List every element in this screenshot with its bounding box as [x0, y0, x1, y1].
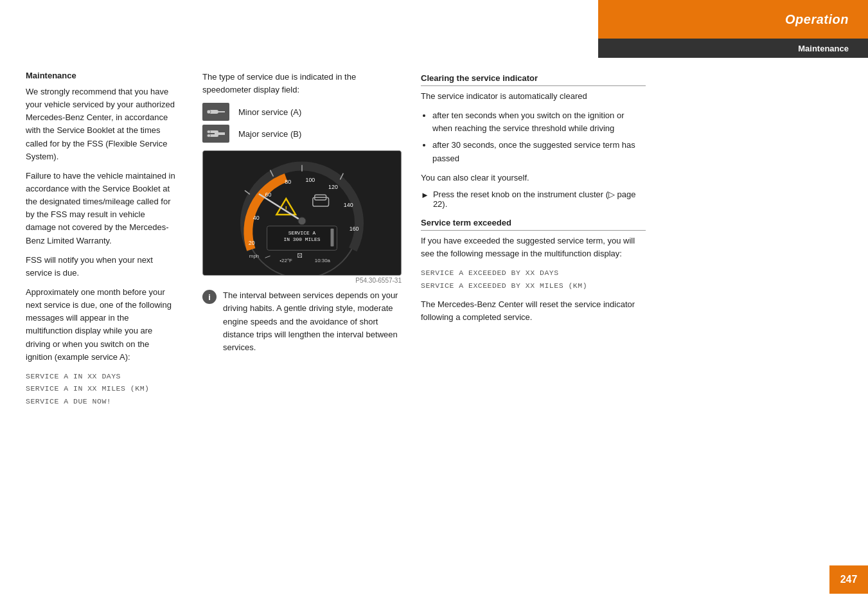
service-exceeded-para: If you have exceeded the suggested servi… — [421, 235, 646, 260]
mono-line1: SERVICE A IN XX DAYS — [26, 370, 177, 383]
clearing-heading: Clearing the service indicator — [421, 73, 646, 86]
left-column: Maintenance We strongly recommend that y… — [0, 71, 190, 613]
maintenance-header-band: Maintenance — [598, 39, 868, 58]
maintenance-header-title: Maintenance — [798, 44, 849, 53]
exceeded-messages: SERVICE A EXCEEDED BY XX DAYS SERVICE A … — [421, 267, 646, 292]
exceeded-mono2: SERVICE A EXCEEDED BY XX MILES (KM) — [421, 280, 646, 292]
mono-line2: SERVICE A IN XX MILES (KM) — [26, 382, 177, 395]
left-section-heading: Maintenance — [26, 71, 177, 80]
svg-text:140: 140 — [344, 202, 353, 208]
svg-text:100: 100 — [305, 177, 315, 183]
svg-point-32 — [298, 217, 306, 225]
left-para1: We strongly recommend that you have your… — [26, 85, 177, 163]
exceeded-mono1: SERVICE A EXCEEDED BY XX DAYS — [421, 267, 646, 280]
major-service-row: Major service (B) — [202, 125, 402, 143]
svg-text:80: 80 — [285, 179, 291, 186]
left-para2: Failure to have the vehicle maintained i… — [26, 170, 177, 247]
left-para3: FSS will notify you when your next servi… — [26, 254, 177, 280]
middle-intro: The type of service due is indicated in … — [202, 71, 402, 96]
operation-title: Operation — [785, 12, 849, 27]
speedo-caption: P54.30-6557-31 — [202, 277, 402, 284]
svg-text:mph: mph — [249, 254, 259, 260]
major-service-label: Major service (B) — [238, 129, 301, 139]
left-para4: Approximately one month before your next… — [26, 286, 177, 364]
clearing-intro: The service indicator is automatically c… — [421, 90, 646, 103]
svg-text:⛝: ⛝ — [297, 253, 303, 260]
bullet-item-2: after 30 seconds, once the suggested ser… — [432, 139, 646, 164]
info-box: i The interval between services depends … — [202, 289, 402, 354]
major-service-icon — [202, 125, 229, 143]
you-can-also-text: You can also clear it yourself. — [421, 172, 646, 184]
svg-text:10:30a: 10:30a — [315, 258, 331, 263]
arrow-item: ► Press the reset knob on the instrument… — [421, 190, 646, 209]
svg-text:SERVICE A: SERVICE A — [288, 230, 316, 236]
info-text: The interval between services depends on… — [223, 289, 402, 354]
svg-point-6 — [208, 130, 211, 134]
svg-text:•22°F: •22°F — [279, 258, 292, 263]
arrow-text: Press the reset knob on the instrument c… — [433, 190, 646, 209]
right-column: Clearing the service indicator The servi… — [414, 71, 659, 613]
middle-column: The type of service due is indicated in … — [190, 71, 414, 613]
speedometer-display: 20 40 60 80 100 120 140 160 mph — [202, 150, 402, 276]
svg-text:40: 40 — [253, 215, 260, 221]
minor-service-icon — [202, 103, 229, 121]
svg-text:120: 120 — [328, 184, 338, 191]
svg-point-7 — [208, 134, 211, 138]
svg-text:20: 20 — [249, 240, 255, 247]
arrow-icon: ► — [421, 190, 429, 209]
svg-rect-5 — [215, 132, 225, 135]
service-icons-section: Minor service (A) Major service (B) — [202, 103, 402, 143]
clearing-bullets: after ten seconds when you switch on the… — [421, 109, 646, 165]
bullet-item-1: after ten seconds when you switch on the… — [432, 109, 646, 135]
svg-rect-30 — [331, 229, 334, 247]
info-icon: i — [202, 290, 217, 304]
service-exceeded-heading: Service term exceeded — [421, 218, 646, 231]
reset-para: The Mercedes-Benz Center will reset the … — [421, 298, 646, 324]
svg-text:160: 160 — [350, 226, 359, 232]
wrench-small-svg — [206, 105, 226, 118]
wrench-large-svg — [206, 127, 226, 140]
operation-header: Operation — [598, 0, 868, 39]
svg-rect-1 — [215, 111, 225, 112]
speedometer-svg: 20 40 60 80 100 120 140 160 mph — [203, 151, 401, 275]
mono-line3: SERVICE A DUE NOW! — [26, 395, 177, 408]
svg-text:IN 300 MILES: IN 300 MILES — [284, 236, 321, 242]
minor-service-label: Minor service (A) — [238, 107, 301, 117]
svg-point-2 — [207, 110, 211, 114]
svg-text:60: 60 — [265, 192, 272, 199]
service-messages: SERVICE A IN XX DAYS SERVICE A IN XX MIL… — [26, 370, 177, 408]
main-content: Maintenance We strongly recommend that y… — [0, 71, 868, 613]
minor-service-row: Minor service (A) — [202, 103, 402, 121]
